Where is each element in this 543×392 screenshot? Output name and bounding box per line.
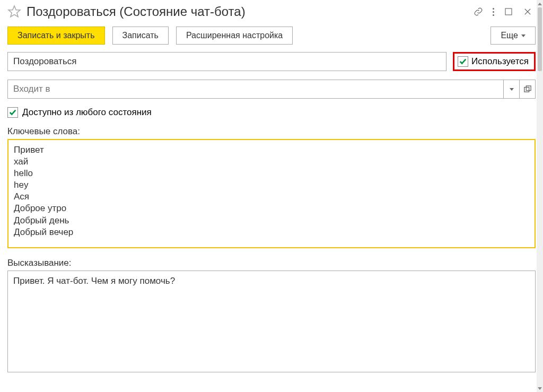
vertical-scrollbar[interactable]: [537, 0, 543, 392]
belongs-open-button[interactable]: [520, 80, 536, 99]
belongs-to-input[interactable]: [7, 80, 504, 99]
svg-marker-0: [8, 6, 20, 17]
kebab-menu-icon[interactable]: [493, 8, 494, 16]
name-input[interactable]: [7, 52, 446, 71]
save-button[interactable]: Записать: [112, 27, 169, 45]
save-and-close-button[interactable]: Записать и закрыть: [7, 27, 105, 45]
favorite-star-icon[interactable]: [7, 5, 21, 19]
used-checkbox-highlight: Используется: [453, 52, 536, 71]
used-label: Используется: [471, 56, 529, 67]
scroll-thumb[interactable]: [538, 7, 542, 71]
link-icon[interactable]: [474, 7, 483, 16]
more-button[interactable]: Еще: [491, 27, 536, 45]
utterance-label: Высказывание:: [7, 258, 536, 268]
keywords-textarea[interactable]: [7, 139, 536, 248]
scroll-down-button[interactable]: [537, 385, 543, 392]
utterance-textarea[interactable]: [7, 271, 536, 372]
close-icon[interactable]: [523, 7, 532, 16]
used-checkbox[interactable]: [458, 56, 468, 67]
svg-rect-1: [505, 8, 512, 15]
svg-rect-5: [526, 86, 531, 91]
advanced-settings-button[interactable]: Расширенная настройка: [176, 27, 293, 45]
svg-rect-4: [524, 88, 529, 92]
any-state-label: Доступно из любого состояния: [22, 107, 152, 118]
scroll-up-button[interactable]: [537, 0, 543, 7]
maximize-icon[interactable]: [504, 7, 513, 16]
belongs-dropdown-button[interactable]: [504, 80, 520, 99]
keywords-label: Ключевые слова:: [7, 126, 536, 137]
any-state-checkbox[interactable]: [7, 107, 18, 118]
page-title: Поздороваться (Состояние чат-бота): [27, 4, 468, 19]
